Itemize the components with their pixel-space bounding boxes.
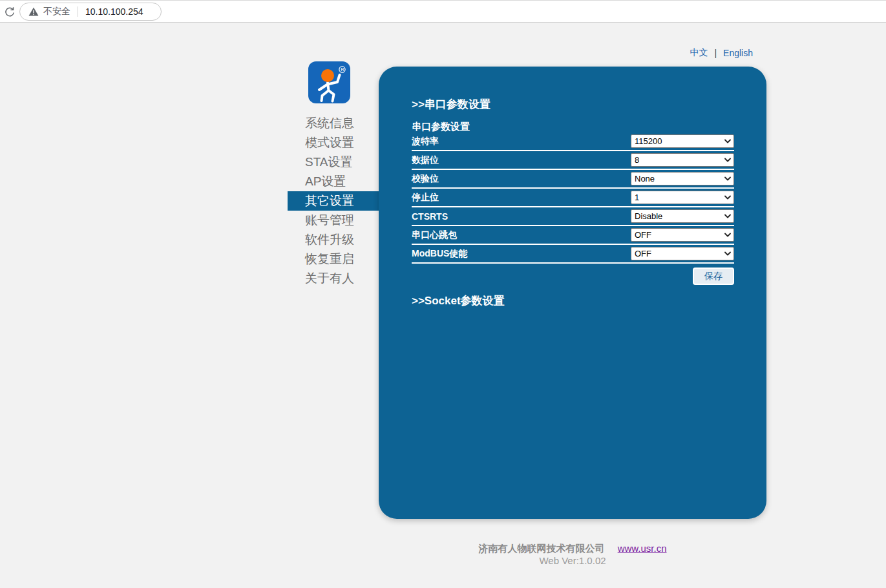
form-row-serial-heartbeat: 串口心跳包 OFF bbox=[412, 226, 734, 245]
baud-rate-select-wrap: 115200 bbox=[631, 134, 734, 148]
modbus-enable-select-wrap: OFF bbox=[631, 247, 734, 260]
ctsrts-select[interactable]: Disable bbox=[631, 209, 734, 223]
url-divider bbox=[78, 6, 78, 17]
lang-chinese-link[interactable]: 中文 bbox=[690, 47, 708, 59]
address-bar[interactable]: 不安全 10.10.100.254 bbox=[19, 3, 162, 21]
form-row-ctsrts: CTSRTS Disable bbox=[412, 207, 734, 226]
serial-heartbeat-select-wrap: OFF bbox=[631, 228, 734, 242]
baud-rate-label: 波特率 bbox=[412, 136, 439, 147]
sidebar-item-ap-settings[interactable]: AP设置 bbox=[288, 172, 379, 191]
svg-text:R: R bbox=[341, 67, 344, 72]
form-row-data-bits: 数据位 8 bbox=[412, 151, 734, 170]
serial-heartbeat-select[interactable]: OFF bbox=[631, 228, 734, 242]
serial-section-title: >>串口参数设置 bbox=[412, 98, 734, 112]
parity-select[interactable]: None bbox=[631, 172, 734, 185]
save-button[interactable]: 保存 bbox=[693, 268, 734, 285]
sidebar-item-about-usr[interactable]: 关于有人 bbox=[288, 269, 379, 288]
modbus-enable-label: ModBUS使能 bbox=[412, 248, 467, 260]
form-row-modbus-enable: ModBUS使能 OFF bbox=[412, 245, 734, 264]
baud-rate-select[interactable]: 115200 bbox=[631, 134, 734, 148]
footer-website-link[interactable]: www.usr.cn bbox=[618, 543, 667, 554]
data-bits-label: 数据位 bbox=[412, 154, 439, 166]
settings-panel: >>串口参数设置 串口参数设置 波特率 115200 数据位 8 校验位 N bbox=[379, 67, 766, 519]
footer: 济南有人物联网技术有限公司 www.usr.cn Web Ver:1.0.02 bbox=[379, 543, 766, 566]
ctsrts-label: CTSRTS bbox=[412, 211, 448, 222]
stop-bits-select-wrap: 1 bbox=[631, 191, 734, 204]
sidebar-item-system-info[interactable]: 系统信息 bbox=[288, 114, 379, 133]
language-switcher: 中文 | English bbox=[690, 47, 753, 59]
modbus-enable-select[interactable]: OFF bbox=[631, 247, 734, 260]
lang-separator: | bbox=[714, 48, 717, 58]
sidebar-item-sta-settings[interactable]: STA设置 bbox=[288, 152, 379, 172]
footer-web-version: Web Ver:1.0.02 bbox=[379, 555, 766, 566]
lang-english-link[interactable]: English bbox=[723, 48, 753, 58]
form-row-stop-bits: 停止位 1 bbox=[412, 189, 734, 207]
serial-heartbeat-label: 串口心跳包 bbox=[412, 229, 457, 241]
form-row-baud-rate: 波特率 115200 bbox=[412, 132, 734, 151]
usr-running-man-icon: R bbox=[308, 61, 350, 103]
ctsrts-select-wrap: Disable bbox=[631, 209, 734, 223]
stop-bits-label: 停止位 bbox=[412, 192, 439, 204]
warning-icon[interactable] bbox=[28, 7, 39, 16]
sidebar-item-other-settings[interactable]: 其它设置 bbox=[288, 191, 379, 211]
data-bits-select-wrap: 8 bbox=[631, 153, 734, 167]
socket-section-title: >>Socket参数设置 bbox=[412, 293, 734, 308]
sidebar-item-account-management[interactable]: 账号管理 bbox=[288, 211, 379, 230]
url-text[interactable]: 10.10.100.254 bbox=[85, 6, 143, 17]
sidebar-item-restore-restart[interactable]: 恢复重启 bbox=[288, 249, 379, 269]
stop-bits-select[interactable]: 1 bbox=[631, 191, 734, 204]
reload-icon[interactable] bbox=[2, 5, 17, 20]
form-row-parity: 校验位 None bbox=[412, 170, 734, 189]
sidebar-menu: 系统信息 模式设置 STA设置 AP设置 其它设置 账号管理 软件升级 恢复重启… bbox=[288, 114, 379, 288]
sidebar-item-software-upgrade[interactable]: 软件升级 bbox=[288, 230, 379, 249]
sidebar-item-mode-settings[interactable]: 模式设置 bbox=[288, 133, 379, 152]
save-row: 保存 bbox=[412, 268, 734, 285]
security-label: 不安全 bbox=[43, 6, 70, 17]
parity-label: 校验位 bbox=[412, 173, 439, 185]
parity-select-wrap: None bbox=[631, 172, 734, 185]
data-bits-select[interactable]: 8 bbox=[631, 153, 734, 167]
browser-toolbar: 不安全 10.10.100.254 bbox=[0, 0, 886, 23]
serial-subsection-title: 串口参数设置 bbox=[412, 121, 734, 132]
usr-logo: R bbox=[308, 61, 350, 103]
footer-company-name: 济南有人物联网技术有限公司 bbox=[478, 543, 604, 554]
